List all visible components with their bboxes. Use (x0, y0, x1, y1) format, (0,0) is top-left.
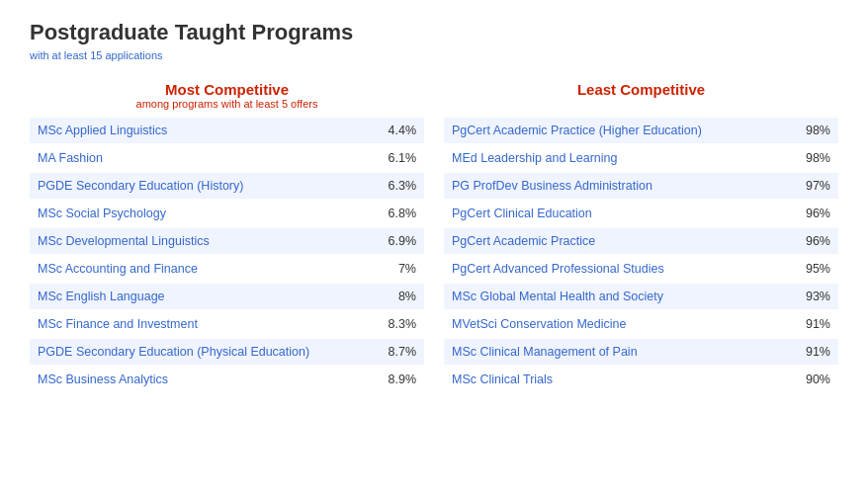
row-label: MSc Global Mental Health and Society (452, 290, 791, 303)
list-item[interactable]: MSc Clinical Management of Pain 91% (444, 339, 838, 365)
row-label: MA Fashion (38, 151, 377, 165)
list-item[interactable]: MA Fashion 6.1% (30, 145, 424, 171)
list-item[interactable]: MSc Clinical Trials 90% (444, 367, 838, 392)
row-label: PG ProfDev Business Administration (452, 179, 791, 193)
list-item[interactable]: MSc Business Analytics 8.9% (30, 367, 424, 392)
row-value: 96% (791, 234, 830, 248)
most-competitive-header: Most Competitive among programs with at … (30, 81, 424, 110)
list-item[interactable]: PGDE Secondary Education (Physical Educa… (30, 339, 424, 365)
row-value: 6.1% (377, 151, 416, 165)
row-value: 95% (791, 262, 830, 276)
row-value: 96% (791, 207, 830, 220)
row-label: PGDE Secondary Education (Physical Educa… (38, 345, 377, 359)
row-label: PgCert Advanced Professional Studies (452, 262, 791, 276)
row-label: MSc Accounting and Finance (38, 262, 377, 276)
row-value: 6.9% (377, 234, 416, 248)
row-value: 4.4% (377, 124, 416, 137)
row-label: PgCert Academic Practice (452, 234, 791, 248)
most-competitive-sublabel: among programs with at least 5 offers (30, 98, 424, 110)
list-item[interactable]: PgCert Advanced Professional Studies 95% (444, 256, 838, 282)
row-value: 8% (377, 290, 416, 303)
row-label: MSc Business Analytics (38, 373, 377, 386)
least-competitive-header: Least Competitive (444, 81, 838, 110)
list-item[interactable]: PgCert Academic Practice (Higher Educati… (444, 118, 838, 143)
row-value: 97% (791, 179, 830, 193)
row-value: 90% (791, 373, 830, 386)
row-value: 8.3% (377, 317, 416, 331)
list-item[interactable]: MSc English Language 8% (30, 284, 424, 309)
list-item[interactable]: MVetSci Conservation Medicine 91% (444, 311, 838, 337)
row-value: 6.8% (377, 207, 416, 220)
row-label: MSc Social Psychology (38, 207, 377, 220)
least-competitive-label: Least Competitive (444, 81, 838, 98)
row-value: 98% (791, 151, 830, 165)
least-competitive-list: PgCert Academic Practice (Higher Educati… (444, 118, 838, 392)
row-value: 8.9% (377, 373, 416, 386)
row-label: PGDE Secondary Education (History) (38, 179, 377, 193)
row-value: 91% (791, 317, 830, 331)
list-item[interactable]: MEd Leadership and Learning 98% (444, 145, 838, 171)
list-item[interactable]: PgCert Clinical Education 96% (444, 201, 838, 226)
list-item[interactable]: MSc Applied Linguistics 4.4% (30, 118, 424, 143)
row-label: MSc Applied Linguistics (38, 124, 377, 137)
row-label: PgCert Academic Practice (Higher Educati… (452, 124, 791, 137)
page-title: Postgraduate Taught Programs (30, 20, 838, 45)
least-competitive-column: Least Competitive PgCert Academic Practi… (444, 81, 838, 394)
row-label: MEd Leadership and Learning (452, 151, 791, 165)
row-value: 7% (377, 262, 416, 276)
most-competitive-list: MSc Applied Linguistics 4.4% MA Fashion … (30, 118, 424, 392)
most-competitive-label: Most Competitive (30, 81, 424, 98)
row-value: 6.3% (377, 179, 416, 193)
list-item[interactable]: PGDE Secondary Education (History) 6.3% (30, 173, 424, 199)
row-value: 98% (791, 124, 830, 137)
row-label: MSc Finance and Investment (38, 317, 377, 331)
list-item[interactable]: MSc Developmental Linguistics 6.9% (30, 228, 424, 254)
row-label: MSc Clinical Management of Pain (452, 345, 791, 359)
list-item[interactable]: MSc Accounting and Finance 7% (30, 256, 424, 282)
row-label: MSc Clinical Trials (452, 373, 791, 386)
row-value: 93% (791, 290, 830, 303)
row-value: 8.7% (377, 345, 416, 359)
row-value: 91% (791, 345, 830, 359)
row-label: MSc English Language (38, 290, 377, 303)
row-label: MVetSci Conservation Medicine (452, 317, 791, 331)
list-item[interactable]: MSc Global Mental Health and Society 93% (444, 284, 838, 309)
list-item[interactable]: MSc Social Psychology 6.8% (30, 201, 424, 226)
list-item[interactable]: PgCert Academic Practice 96% (444, 228, 838, 254)
list-item[interactable]: PG ProfDev Business Administration 97% (444, 173, 838, 199)
row-label: PgCert Clinical Education (452, 207, 791, 220)
most-competitive-column: Most Competitive among programs with at … (30, 81, 424, 394)
list-item[interactable]: MSc Finance and Investment 8.3% (30, 311, 424, 337)
row-label: MSc Developmental Linguistics (38, 234, 377, 248)
page-subtitle: with at least 15 applications (30, 49, 838, 61)
